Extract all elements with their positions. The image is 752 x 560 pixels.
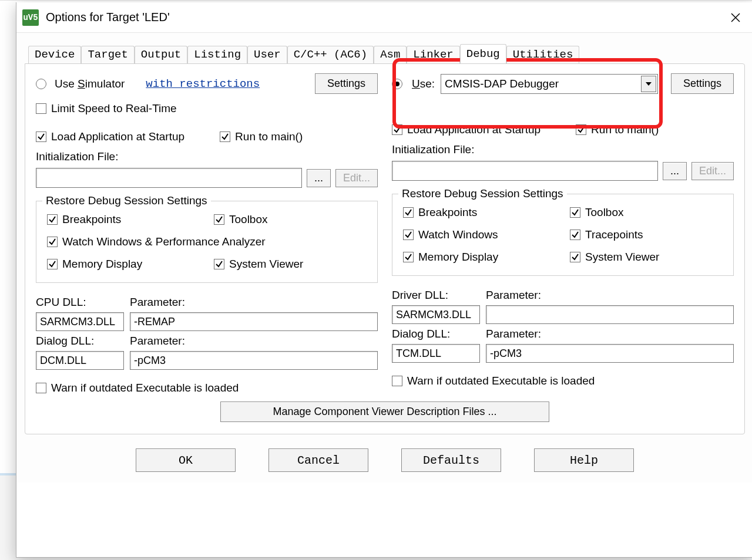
use-simulator-radio[interactable] xyxy=(36,79,46,89)
sim-dialog-dll-input[interactable]: DCM.DLL xyxy=(36,351,124,370)
tab-device[interactable]: Device xyxy=(28,46,81,64)
sim-memory-label: Memory Display xyxy=(62,258,142,271)
tab-user[interactable]: User xyxy=(247,46,287,64)
sim-settings-button[interactable]: Settings xyxy=(315,73,378,94)
sim-sysview-checkbox[interactable] xyxy=(214,259,224,269)
sim-warn-label: Warn if outdated Executable is loaded xyxy=(51,382,239,394)
tab-cc[interactable]: C/C++ (AC6) xyxy=(287,46,374,64)
dbg-dialog-param-label: Parameter: xyxy=(486,328,734,340)
cpu-dll-label: CPU DLL: xyxy=(36,296,124,309)
tab-target[interactable]: Target xyxy=(81,46,134,64)
driver-dll-label: Driver DLL: xyxy=(392,289,480,302)
sim-warn-checkbox[interactable] xyxy=(36,383,46,393)
dbg-restore-legend: Restore Debug Session Settings xyxy=(398,187,567,200)
tab-utilities[interactable]: Utilities xyxy=(506,46,580,64)
dbg-trace-label: Tracepoints xyxy=(585,228,643,241)
dbg-restore-group: Restore Debug Session Settings Breakpoin… xyxy=(392,194,734,276)
driver-dll-input[interactable]: SARMCM3.DLL xyxy=(392,305,480,324)
close-button[interactable] xyxy=(724,6,747,29)
cpu-param-input[interactable]: -REMAP xyxy=(130,312,378,331)
sim-init-edit-button[interactable]: Edit... xyxy=(335,169,378,187)
dbg-init-browse-button[interactable]: ... xyxy=(663,162,687,180)
sim-watch-label: Watch Windows & Performance Analyzer xyxy=(62,235,266,248)
dbg-sysview-checkbox[interactable] xyxy=(570,252,580,262)
dbg-memory-checkbox[interactable] xyxy=(403,252,414,262)
dbg-breakpoints-checkbox[interactable] xyxy=(403,207,414,218)
dbg-trace-checkbox[interactable] xyxy=(570,230,580,240)
dbg-memory-label: Memory Display xyxy=(418,251,498,264)
dbg-init-edit-button[interactable]: Edit... xyxy=(691,162,734,180)
dbg-settings-button[interactable]: Settings xyxy=(671,73,734,94)
chevron-down-icon xyxy=(641,76,656,92)
use-debugger-label: Use: xyxy=(412,77,435,90)
ok-button[interactable]: OK xyxy=(136,448,236,472)
tab-listing[interactable]: Listing xyxy=(187,46,247,64)
sim-dialog-param-label: Parameter: xyxy=(130,335,378,348)
sim-sysview-label: System Viewer xyxy=(229,258,303,271)
sim-load-app-checkbox[interactable] xyxy=(36,131,46,142)
sim-load-app-label: Load Application at Startup xyxy=(51,130,184,143)
sim-toolbox-label: Toolbox xyxy=(229,213,268,226)
with-restrictions-link[interactable]: with restrictions xyxy=(146,77,260,90)
sim-dialog-dll-label: Dialog DLL: xyxy=(36,335,124,348)
dbg-init-file-input[interactable] xyxy=(392,161,658,181)
limit-speed-label: Limit Speed to Real-Time xyxy=(51,102,177,115)
tab-output[interactable]: Output xyxy=(135,46,187,64)
sim-init-file-label: Initialization File: xyxy=(36,150,378,163)
use-simulator-label: Use Simulator xyxy=(55,77,125,90)
titlebar: uV5 Options for Target 'LED' xyxy=(16,2,752,33)
dbg-watch-checkbox[interactable] xyxy=(403,230,414,240)
app-icon: uV5 xyxy=(22,9,39,26)
dbg-breakpoints-label: Breakpoints xyxy=(418,206,477,219)
tab-linker[interactable]: Linker xyxy=(407,46,459,64)
cpu-dll-input[interactable]: SARMCM3.DLL xyxy=(36,312,124,331)
debugger-column: Use: CMSIS-DAP Debugger Settings xyxy=(392,73,734,394)
dbg-sysview-label: System Viewer xyxy=(585,251,659,264)
sim-breakpoints-checkbox[interactable] xyxy=(47,214,58,225)
debug-pane: Use Simulator with restrictions Settings… xyxy=(25,63,745,434)
manage-component-button[interactable]: Manage Component Viewer Description File… xyxy=(220,402,549,422)
editor-gutter xyxy=(0,0,14,475)
dbg-init-file-label: Initialization File: xyxy=(392,143,734,156)
sim-breakpoints-label: Breakpoints xyxy=(62,213,121,226)
dbg-dialog-dll-label: Dialog DLL: xyxy=(392,328,480,340)
dbg-load-app-label: Load Application at Startup xyxy=(407,123,540,136)
debugger-selected-text: CMSIS-DAP Debugger xyxy=(445,77,559,90)
dialog-button-bar: OK Cancel Defaults Help xyxy=(16,434,752,483)
defaults-button[interactable]: Defaults xyxy=(401,448,501,472)
cpu-param-label: Parameter: xyxy=(130,296,378,309)
driver-param-input[interactable] xyxy=(486,305,734,324)
debugger-combo[interactable]: CMSIS-DAP Debugger xyxy=(441,74,658,94)
tab-debug[interactable]: Debug xyxy=(460,44,506,63)
options-dialog: uV5 Options for Target 'LED' Device Targ… xyxy=(16,2,752,558)
sim-restore-group: Restore Debug Session Settings Breakpoin… xyxy=(36,201,378,283)
dbg-warn-label: Warn if outdated Executable is loaded xyxy=(407,375,595,387)
cancel-button[interactable]: Cancel xyxy=(268,448,368,472)
dbg-warn-checkbox[interactable] xyxy=(392,376,402,386)
sim-run-main-label: Run to main() xyxy=(235,130,303,143)
sim-dialog-param-input[interactable]: -pCM3 xyxy=(130,351,378,370)
sim-watch-checkbox[interactable] xyxy=(47,237,58,247)
sim-run-main-checkbox[interactable] xyxy=(220,131,230,142)
limit-speed-checkbox[interactable] xyxy=(36,103,46,114)
dbg-run-main-label: Run to main() xyxy=(591,123,659,136)
close-icon xyxy=(730,12,741,23)
dbg-watch-label: Watch Windows xyxy=(418,228,498,241)
sim-toolbox-checkbox[interactable] xyxy=(214,214,224,225)
dbg-toolbox-checkbox[interactable] xyxy=(570,207,580,218)
dbg-load-app-checkbox[interactable] xyxy=(392,124,402,135)
use-debugger-radio[interactable] xyxy=(392,79,402,89)
sim-restore-legend: Restore Debug Session Settings xyxy=(42,194,211,207)
window-title: Options for Target 'LED' xyxy=(46,11,724,24)
sim-init-browse-button[interactable]: ... xyxy=(307,169,331,187)
simulator-column: Use Simulator with restrictions Settings… xyxy=(36,73,378,394)
help-button[interactable]: Help xyxy=(534,448,634,472)
dbg-run-main-checkbox[interactable] xyxy=(576,124,586,135)
dbg-dialog-dll-input[interactable]: TCM.DLL xyxy=(392,344,480,363)
sim-init-file-input[interactable] xyxy=(36,168,302,188)
tab-asm[interactable]: Asm xyxy=(374,46,407,64)
dbg-dialog-param-input[interactable]: -pCM3 xyxy=(486,344,734,363)
sim-memory-checkbox[interactable] xyxy=(47,259,58,269)
driver-param-label: Parameter: xyxy=(486,289,734,302)
dbg-toolbox-label: Toolbox xyxy=(585,206,624,219)
